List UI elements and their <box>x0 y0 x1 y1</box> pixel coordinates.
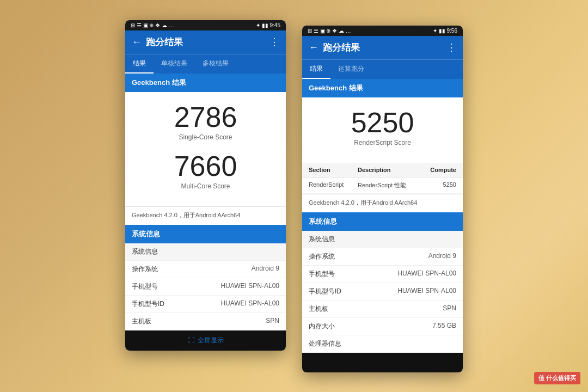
right-modelid-label: 手机型号ID <box>309 287 341 296</box>
left-sys-info-label-row: 系统信息 <box>125 243 286 261</box>
left-geekbench-info: Geekbench 4.2.0，用于Android AArch64 <box>125 206 286 224</box>
right-status-bar: ⊞ ☰ ▣ ⊕ ❖ ☁ … ✦ ▮▮ 9:56 <box>302 26 463 36</box>
left-multi-score: 7660 <box>131 152 280 180</box>
left-sys-info-label: 系统信息 <box>132 247 158 256</box>
right-status-time: ✦ ▮▮ 9:56 <box>433 28 457 34</box>
left-geekbench-header: Geekbench 结果 <box>125 74 286 92</box>
left-top-bar: ← 跑分结果 ⋮ <box>125 30 286 54</box>
right-row-cpu: 处理器信息 <box>302 335 463 353</box>
left-model-label: 手机型号 <box>132 282 158 291</box>
right-bottom-bar <box>302 353 463 372</box>
right-model-value: HUAWEI SPN-AL00 <box>397 270 456 279</box>
left-board-value: SPN <box>266 317 279 326</box>
left-modelid-value: HUAWEI SPN-AL00 <box>220 299 279 309</box>
right-status-right: ✦ ▮▮ 9:56 <box>433 28 457 34</box>
right-row-modelid: 手机型号ID HUAWEI SPN-AL00 <box>302 283 463 301</box>
left-board-label: 主机板 <box>132 317 151 326</box>
left-os-label: 操作系统 <box>132 265 158 274</box>
left-tab-results[interactable]: 结果 <box>125 54 154 74</box>
left-tab-multi[interactable]: 多核结果 <box>195 54 236 74</box>
right-model-label: 手机型号 <box>309 270 335 279</box>
right-col-section: Section <box>309 167 358 173</box>
right-ram-label: 内存大小 <box>309 322 335 331</box>
left-single-score: 2786 <box>131 103 280 131</box>
left-status-right: ✦ ▮▮ 9:45 <box>256 22 280 28</box>
left-top-bar-left: ← 跑分结果 <box>132 36 183 48</box>
left-row-os: 操作系统 Android 9 <box>125 261 286 278</box>
left-multi-label: Multi-Core Score <box>131 182 280 190</box>
right-sys-info-label-row: 系统信息 <box>302 231 463 248</box>
left-row-board: 主机板 SPN <box>125 313 286 330</box>
right-score-area: 5250 RenderScript Score <box>302 97 463 163</box>
right-results-table: Section Description Compute RenderScript… <box>302 163 463 194</box>
left-status-icons: ⊞ ☰ ▣ ⊕ ❖ ☁ … <box>131 22 174 28</box>
right-os-value: Android 9 <box>428 252 456 261</box>
phones-container: ⊞ ☰ ▣ ⊕ ❖ ☁ … ✦ ▮▮ 9:45 ← 跑分结果 ⋮ 结果 单核结果… <box>114 9 474 383</box>
right-ram-value: 7.55 GB <box>432 322 456 331</box>
right-table-row-0: RenderScript RenderScript 性能 5250 <box>302 177 463 194</box>
right-modelid-value: HUAWEI SPN-AL00 <box>397 287 456 296</box>
right-renderscript-score: 5250 <box>308 108 457 137</box>
right-cell-compute-0: 5250 <box>426 181 456 189</box>
right-geekbench-header: Geekbench 结果 <box>302 79 463 97</box>
right-row-os: 操作系统 Android 9 <box>302 248 463 266</box>
left-score-area: 2786 Single-Core Score 7660 Multi-Core S… <box>125 92 286 206</box>
left-title: 跑分结果 <box>146 36 183 48</box>
right-sys-header: 系统信息 <box>302 212 463 231</box>
right-cpu-label: 处理器信息 <box>309 339 341 348</box>
right-board-label: 主机板 <box>309 304 328 314</box>
right-tab-compute[interactable]: 运算跑分 <box>330 60 372 79</box>
fullscreen-icon: ⛶ <box>188 336 194 344</box>
left-tabs: 结果 单核结果 多核结果 <box>125 54 286 74</box>
right-sys-info-label: 系统信息 <box>309 235 335 244</box>
right-menu-button[interactable]: ⋮ <box>446 41 456 53</box>
left-tab-single[interactable]: 单核结果 <box>154 54 195 74</box>
left-row-model: 手机型号 HUAWEI SPN-AL00 <box>125 278 286 296</box>
right-geekbench-info: Geekbench 4.2.0，用于Android AArch64 <box>302 194 463 211</box>
right-col-description: Description <box>358 167 426 173</box>
fullscreen-label: 全屏显示 <box>198 336 224 345</box>
left-modelid-label: 手机型号ID <box>132 299 164 309</box>
left-status-bar: ⊞ ☰ ▣ ⊕ ❖ ☁ … ✦ ▮▮ 9:45 <box>125 20 286 30</box>
right-row-board: 主机板 SPN <box>302 301 463 318</box>
left-menu-button[interactable]: ⋮ <box>270 36 279 48</box>
right-top-bar: ← 跑分结果 ⋮ <box>302 36 463 59</box>
left-row-modelid: 手机型号ID HUAWEI SPN-AL00 <box>125 296 286 313</box>
right-row-model: 手机型号 HUAWEI SPN-AL00 <box>302 266 463 283</box>
right-title: 跑分结果 <box>323 41 360 54</box>
right-tabs: 结果 运算跑分 <box>302 59 463 79</box>
left-model-value: HUAWEI SPN-AL00 <box>220 282 279 291</box>
right-row-ram: 内存大小 7.55 GB <box>302 318 463 335</box>
left-sys-header: 系统信息 <box>125 225 286 243</box>
left-bottom-bar[interactable]: ⛶ 全屏显示 <box>125 330 286 351</box>
left-phone: ⊞ ☰ ▣ ⊕ ❖ ☁ … ✦ ▮▮ 9:45 ← 跑分结果 ⋮ 结果 单核结果… <box>125 20 286 351</box>
right-top-bar-left: ← 跑分结果 <box>309 41 360 54</box>
right-board-value: SPN <box>443 304 456 314</box>
right-table-header: Section Description Compute <box>302 163 463 177</box>
right-tab-results[interactable]: 结果 <box>302 60 330 79</box>
right-renderscript-label: RenderScript Score <box>308 139 457 146</box>
right-cell-section-0: RenderScript <box>309 181 358 189</box>
right-col-compute: Compute <box>426 167 456 173</box>
watermark: 值 什么值得买 <box>534 372 580 384</box>
right-sys-info: 系统信息 操作系统 Android 9 手机型号 HUAWEI SPN-AL00… <box>302 231 463 353</box>
right-os-label: 操作系统 <box>309 252 335 261</box>
right-status-icons: ⊞ ☰ ▣ ⊕ ❖ ☁ … <box>308 28 351 34</box>
right-phone: ⊞ ☰ ▣ ⊕ ❖ ☁ … ✦ ▮▮ 9:56 ← 跑分结果 ⋮ 结果 运算跑分… <box>302 26 463 372</box>
left-status-left: ⊞ ☰ ▣ ⊕ ❖ ☁ … <box>131 22 174 28</box>
right-back-button[interactable]: ← <box>309 42 318 53</box>
left-os-value: Android 9 <box>252 265 279 274</box>
left-back-button[interactable]: ← <box>132 36 142 48</box>
right-cell-desc-0: RenderScript 性能 <box>358 181 426 189</box>
left-sys-info: 系统信息 操作系统 Android 9 手机型号 HUAWEI SPN-AL00… <box>125 243 286 330</box>
left-single-label: Single-Core Score <box>131 133 280 141</box>
left-status-time: ✦ ▮▮ 9:45 <box>256 22 280 28</box>
right-status-left: ⊞ ☰ ▣ ⊕ ❖ ☁ … <box>308 28 351 34</box>
